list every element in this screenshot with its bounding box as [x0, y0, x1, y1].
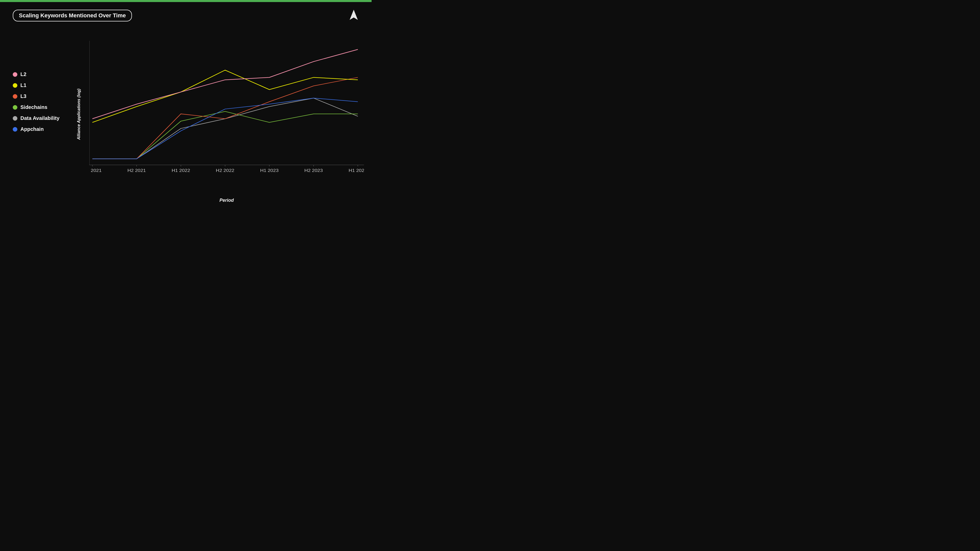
- legend-label-l3: L3: [21, 94, 26, 99]
- svg-text:H2 2023: H2 2023: [304, 168, 323, 173]
- svg-text:H1 2021: H1 2021: [89, 168, 102, 173]
- legend-label-l2: L2: [21, 71, 26, 77]
- legend-label-appchain: Appchain: [21, 126, 44, 132]
- chart-container: H1 2021H2 2021H1 2022H2 2022H1 2023H2 20…: [89, 41, 364, 188]
- svg-text:H2 2021: H2 2021: [127, 168, 146, 173]
- legend-dot-l1: [13, 83, 18, 88]
- logo-icon: [348, 10, 359, 20]
- legend-item-l2: L2: [13, 71, 59, 77]
- legend: L2 L1 L3 Sidechains Data Availability Ap…: [13, 71, 59, 132]
- legend-item-dataavailability: Data Availability: [13, 115, 59, 121]
- legend-label-sidechains: Sidechains: [21, 104, 48, 110]
- legend-dot-l2: [13, 72, 18, 77]
- legend-item-sidechains: Sidechains: [13, 104, 59, 110]
- chart-title: Scaling Keywords Mentioned Over Time: [19, 12, 126, 19]
- legend-dot-dataavailability: [13, 116, 18, 121]
- svg-marker-0: [350, 10, 358, 20]
- legend-label-dataavailability: Data Availability: [21, 115, 59, 121]
- series-appchain: [92, 98, 358, 159]
- svg-text:H1 2024: H1 2024: [348, 168, 364, 173]
- series-l1: [92, 70, 358, 122]
- legend-label-l1: L1: [21, 83, 26, 88]
- y-axis-label: Alliance Applications (log): [76, 41, 81, 188]
- title-box: Scaling Keywords Mentioned Over Time: [13, 10, 132, 21]
- legend-item-l3: L3: [13, 94, 59, 99]
- legend-item-l1: L1: [13, 83, 59, 88]
- chart-area: Alliance Applications (log) Period L2 L1…: [0, 25, 372, 208]
- svg-text:H1 2022: H1 2022: [172, 168, 190, 173]
- legend-dot-l3: [13, 94, 18, 99]
- chart-svg: H1 2021H2 2021H1 2022H2 2022H1 2023H2 20…: [89, 41, 364, 188]
- svg-text:H2 2022: H2 2022: [216, 168, 234, 173]
- top-bar: [0, 0, 372, 2]
- legend-dot-sidechains: [13, 105, 18, 110]
- legend-item-appchain: Appchain: [13, 126, 59, 132]
- series-dataavailability: [92, 98, 358, 159]
- series-l3: [92, 77, 358, 159]
- legend-dot-appchain: [13, 127, 18, 132]
- svg-text:H1 2023: H1 2023: [260, 168, 278, 173]
- x-axis-label: Period: [89, 198, 364, 203]
